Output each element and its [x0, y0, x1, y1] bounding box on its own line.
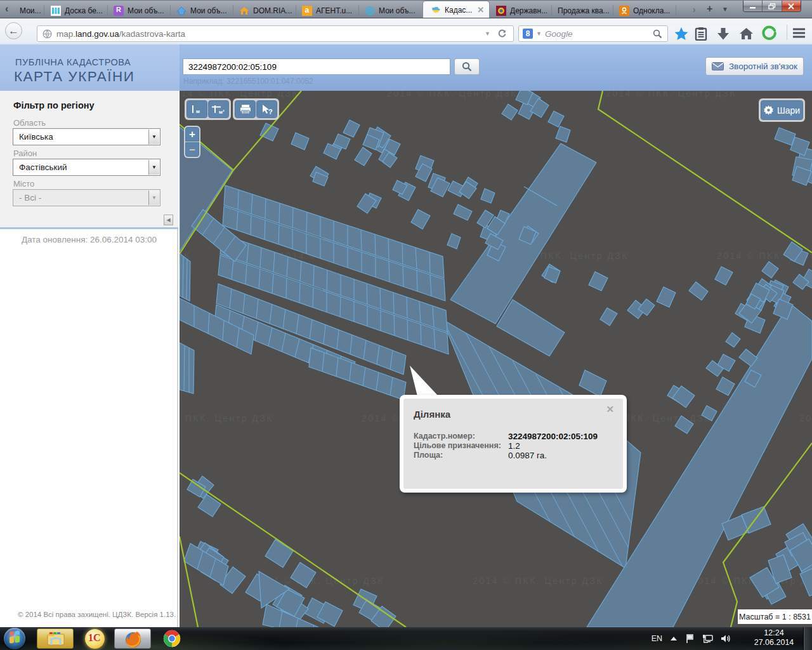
svg-text:м: м [196, 109, 200, 114]
svg-text:2014 © ПКК. Центр ДЗК: 2014 © ПКК. Центр ДЗК [180, 413, 273, 423]
svg-text:2014 © ПКК. Центр ДЗК: 2014 © ПКК. Центр ДЗК [799, 413, 812, 423]
svg-text:2014 © ПКК. Центр ДЗК: 2014 © ПКК. Центр ДЗК [387, 91, 518, 98]
svg-text:2014 © ПКК. Центр ДЗК: 2014 © ПКК. Центр ДЗК [606, 91, 737, 98]
svg-text:?: ? [268, 108, 273, 115]
svg-text:2014 © ПКК. Центр ДЗК: 2014 © ПКК. Центр ДЗК [473, 576, 603, 586]
svg-text:2014 © ПКК. Центр ДЗК: 2014 © ПКК. Центр ДЗК [180, 91, 299, 98]
svg-text:м²: м² [219, 109, 225, 115]
